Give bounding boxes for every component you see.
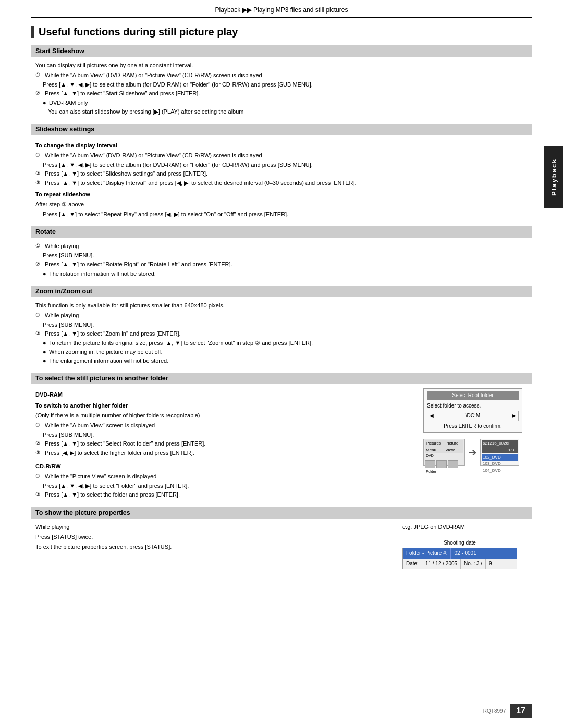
cd-step1-text: While the "Picture View" screen is displ… — [45, 472, 156, 481]
header-subtitle: Playing MP3 files and still pictures — [253, 6, 348, 14]
section-header-picture-properties: To show the picture properties — [31, 507, 532, 519]
section-header-slideshow-settings: Slideshow settings — [31, 124, 532, 135]
props-step1: While playing — [35, 523, 397, 532]
pv-thumbnails — [425, 460, 463, 468]
diagram-arrow-right: ▶ — [512, 412, 516, 420]
section-content-picture-properties: While playing Press [STATUS] twice. To e… — [31, 521, 532, 572]
rotate-step2-press: Press [▲, ▼] to select "Rotate Right" or… — [45, 260, 232, 269]
section-picture-properties: To show the picture properties While pla… — [31, 507, 532, 572]
footer-code: RQT8997 — [483, 708, 506, 714]
props-two-col: While playing Press [STATUS] twice. To e… — [35, 523, 528, 570]
cd-step2-press: Press [▲, ▼] to select the folder and pr… — [45, 490, 180, 499]
ss-settings-step3: ③ Press [▲, ▼] to select "Display Interv… — [35, 179, 528, 188]
cd-rw-title: CD-R/RW — [35, 462, 418, 471]
ss-settings-step3-press: Press [▲, ▼] to select "Display Interval… — [45, 179, 357, 188]
ss-settings-step1: ① While the "Album View" (DVD-RAM) or "P… — [35, 151, 528, 160]
ss-step1-text: While the "Album View" (DVD-RAM) or "Pic… — [45, 71, 262, 80]
section-content-start-slideshow: You can display still pictures one by on… — [31, 59, 532, 118]
pv-thumb-1 — [425, 460, 435, 468]
cd-step2: ② Press [▲, ▼] to select the folder and … — [35, 490, 418, 499]
main-content: Useful functions during still picture pl… — [0, 18, 563, 597]
diagram-title: Select Root folder — [427, 391, 519, 400]
ss-step1-press: Press [▲, ▼, ◀, ▶] to select the album (… — [43, 80, 528, 89]
ss-bullet1-text: DVD-RAM only — [49, 98, 88, 107]
cd-step1-press-text: Press [▲, ▼, ◀, ▶] to select "Folder" an… — [43, 483, 189, 489]
page-header: Playback ▶▶ Playing MP3 files and still … — [31, 0, 532, 18]
ss-settings-step3-num: ③ — [35, 179, 43, 188]
section-content-select-folder: DVD-RAM To switch to another higher fold… — [31, 386, 532, 502]
ss-intro: You can display still pictures one by on… — [35, 61, 528, 70]
header-playback: Playback — [215, 6, 241, 14]
section-zoom: Zoom in/Zoom out This function is only a… — [31, 286, 532, 367]
section-select-folder: To select the still pictures in another … — [31, 373, 532, 502]
diagram-select-root: Select Root folder Select folder to acce… — [423, 388, 522, 433]
section-slideshow-settings: Slideshow settings To change the display… — [31, 124, 532, 220]
page-wrapper: Playback ▶▶ Playing MP3 files and still … — [0, 0, 563, 728]
ss-bullet1-sub: You can also start slideshow by pressing… — [48, 107, 528, 116]
props-header-row: Folder - Picture #: 02 - 0001 — [403, 548, 517, 559]
pv-left-header: Pictures Menu Picture View — [425, 440, 463, 453]
rotate-step1-press: Press [SUB MENU]. — [43, 251, 528, 260]
diagram-arrow-left: ◀ — [430, 412, 434, 420]
cd-step2-num: ② — [35, 490, 43, 499]
zoom-step1-press-text: Press [SUB MENU]. — [43, 322, 94, 328]
ss-settings-step2-num: ② — [35, 169, 43, 178]
select-folder-two-col: DVD-RAM To switch to another higher fold… — [35, 388, 528, 500]
header-arrows: ▶▶ — [242, 6, 252, 14]
pv-left: Pictures Menu Picture View DVD Folder — [423, 439, 465, 466]
section-header-rotate: Rotate — [31, 226, 532, 238]
ss-settings-step2-press: Press [▲, ▼] to select "Slideshow settin… — [45, 169, 207, 178]
pv-right-header: 621216_0026 F 1/3 — [482, 440, 518, 453]
cd-step1-num: ① — [35, 472, 43, 481]
props-annotation-label: e.g. JPEG on DVD-RAM — [402, 523, 465, 532]
sf-step1-press-text: Press [SUB MENU]. — [43, 431, 94, 438]
sf-step2-num: ② — [35, 439, 43, 448]
rotate-step1-press-text: Press [SUB MENU]. — [43, 252, 94, 258]
section-content-slideshow-settings: To change the display interval ① While t… — [31, 137, 532, 220]
zoom-bullet2: ● When zooming in, the picture may be cu… — [43, 348, 528, 356]
pv-item-selected: 102_DVD — [482, 454, 518, 461]
section-header-start-slideshow: Start Slideshow — [31, 45, 532, 57]
ss-settings-sub1-title: To change the display interval — [35, 141, 528, 150]
ss-step1-num: ① — [35, 71, 43, 80]
footer: RQT8997 17 — [483, 704, 532, 718]
ss-settings-sub2-after: After step ② above — [35, 200, 528, 209]
zoom-bullet1-text: To return the picture to its original si… — [49, 339, 313, 348]
props-cell-no-label: No. : 3 / — [461, 559, 486, 569]
select-folder-right: Select Root folder Select folder to acce… — [423, 388, 528, 500]
section-content-rotate: ① While playing Press [SUB MENU]. ② Pres… — [31, 240, 532, 280]
page-number: 17 — [510, 704, 532, 718]
picture-view-diagram: Pictures Menu Picture View DVD Folder — [423, 439, 519, 466]
select-folder-left: DVD-RAM To switch to another higher fold… — [35, 388, 418, 500]
shooting-label: Shooting date — [402, 539, 517, 547]
rotate-step1-text: While playing — [45, 242, 79, 251]
sf-step3: ③ Press [◀, ▶] to select the higher fold… — [35, 449, 418, 458]
switch-title: To switch to another higher folder — [35, 401, 418, 410]
diagram-folder-name: \DC:M — [436, 412, 510, 420]
zoom-intro: This function is only available for stil… — [35, 301, 528, 310]
ss-settings-step1-press-text: Press [▲, ▼, ◀, ▶] to select the album (… — [43, 162, 313, 168]
zoom-step2: ② Press [▲, ▼] to select "Zoom in" and p… — [35, 329, 528, 338]
rotate-bullet1-text: The rotation information will not be sto… — [49, 269, 156, 278]
sf-step3-press: Press [◀, ▶] to select the higher folder… — [45, 449, 194, 458]
pv-folder-label: Folder — [425, 468, 463, 475]
switch-note: (Only if there is a multiple number of h… — [35, 411, 418, 420]
props-data-row: Date: 11 / 12 / 2005 No. : 3 / 9 — [403, 559, 517, 569]
zoom-step2-num: ② — [35, 329, 43, 338]
side-tab-playback: Playback — [544, 146, 563, 208]
pv-item-2: 103_DVD — [482, 461, 518, 467]
page-title: Useful functions during still picture pl… — [31, 26, 532, 38]
sf-step3-num: ③ — [35, 449, 43, 458]
zoom-step2-press: Press [▲, ▼] to select "Zoom in" and pre… — [45, 329, 181, 338]
zoom-step1-num: ① — [35, 311, 43, 320]
ss-step1: ① While the "Album View" (DVD-RAM) or "P… — [35, 71, 528, 80]
sf-step1-num: ① — [35, 421, 43, 430]
ss-settings-step2: ② Press [▲, ▼] to select "Slideshow sett… — [35, 169, 528, 178]
props-cell-no-value: 9 — [486, 559, 495, 569]
section-header-select-folder: To select the still pictures in another … — [31, 373, 532, 384]
props-left: While playing Press [STATUS] twice. To e… — [35, 523, 397, 570]
pv-thumb-3 — [448, 460, 458, 468]
diagram-label: Select folder to access. — [427, 402, 519, 410]
rotate-step1-num: ① — [35, 242, 43, 251]
pv-item-3: 104_DVD — [482, 467, 518, 474]
